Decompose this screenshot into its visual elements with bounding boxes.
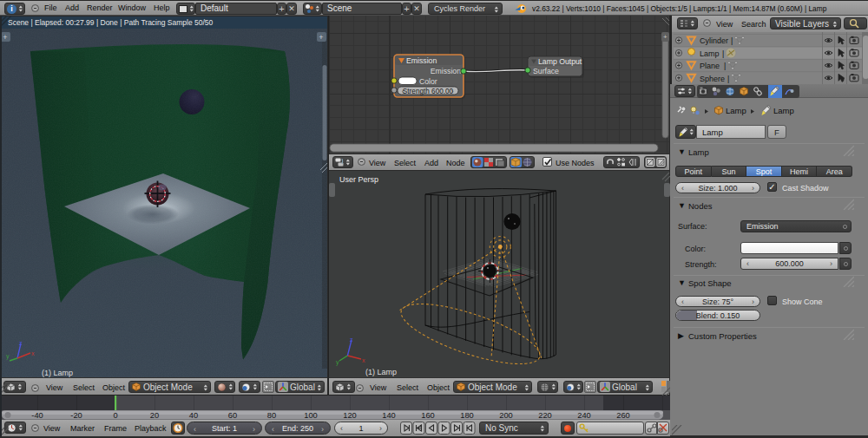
svg-text:|: | — [724, 62, 726, 70]
svg-text:Plane: Plane — [700, 62, 720, 70]
svg-text:|: | — [731, 36, 733, 45]
svg-text:Lamp: Lamp — [726, 106, 746, 115]
svg-text:+: + — [663, 33, 667, 41]
svg-text:|: | — [722, 49, 724, 58]
svg-text:80: 80 — [267, 411, 276, 420]
svg-text:20: 20 — [150, 411, 159, 420]
svg-text:Emission: Emission — [431, 67, 461, 75]
svg-text:y: y — [336, 359, 339, 366]
svg-text:(1) Lamp: (1) Lamp — [365, 368, 397, 376]
svg-text:Lamp: Lamp — [700, 49, 720, 58]
svg-text:180: 180 — [460, 411, 474, 420]
svg-text:Sphere: Sphere — [700, 75, 725, 83]
svg-text:120: 120 — [343, 411, 357, 420]
svg-text:|: | — [727, 75, 729, 83]
svg-text:x: x — [362, 357, 365, 363]
svg-text:260: 260 — [616, 411, 630, 420]
svg-text:z: z — [350, 337, 353, 343]
svg-text:Cylinder: Cylinder — [700, 36, 728, 45]
svg-text:200: 200 — [499, 411, 513, 420]
svg-text:Emission: Emission — [406, 56, 437, 65]
svg-text:Color: Color — [419, 77, 437, 86]
svg-text:Surface: Surface — [533, 67, 559, 75]
svg-text:100: 100 — [304, 411, 318, 420]
svg-text:60: 60 — [228, 411, 237, 420]
svg-text:220: 220 — [538, 411, 552, 420]
svg-text:Lamp: Lamp — [773, 106, 794, 115]
svg-text:140: 140 — [382, 411, 396, 420]
svg-text:Strength 600.00: Strength 600.00 — [403, 88, 454, 95]
svg-text:40: 40 — [189, 411, 198, 420]
svg-text:-40: -40 — [31, 411, 43, 420]
svg-text:Lamp Output: Lamp Output — [538, 57, 582, 66]
svg-text:0: 0 — [113, 411, 117, 420]
svg-text:240: 240 — [577, 411, 591, 420]
svg-text:User Persp: User Persp — [339, 175, 378, 184]
svg-text:-20: -20 — [70, 411, 82, 420]
svg-text:160: 160 — [421, 411, 435, 420]
